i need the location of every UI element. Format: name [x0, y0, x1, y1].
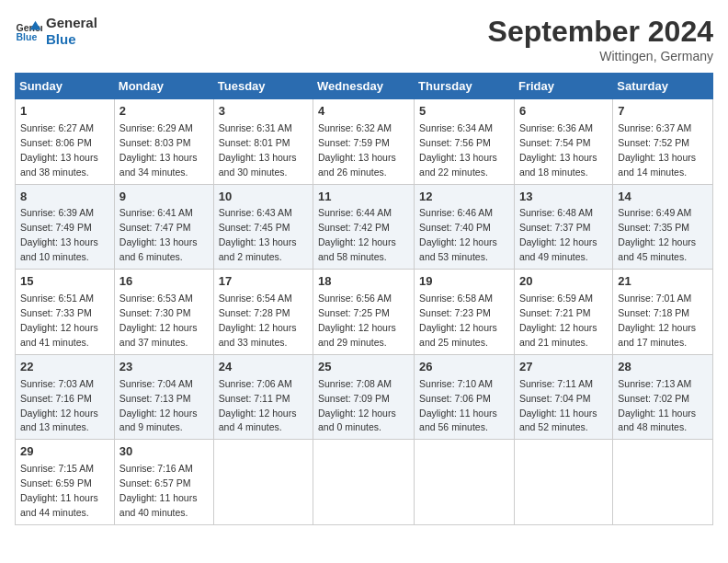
day-number: 17 — [219, 273, 308, 291]
cell-content: Sunrise: 7:08 AMSunset: 7:09 PMDaylight:… — [318, 378, 396, 433]
day-number: 1 — [20, 103, 109, 121]
calendar-cell: 16 Sunrise: 6:53 AMSunset: 7:30 PMDaylig… — [114, 270, 213, 355]
day-number: 28 — [618, 359, 708, 376]
cell-content: Sunrise: 6:44 AMSunset: 7:42 PMDaylight:… — [318, 207, 396, 262]
day-number: 12 — [419, 189, 509, 206]
calendar-cell — [213, 440, 313, 525]
weekday-header-friday: Friday — [514, 74, 612, 99]
calendar-cell: 4 Sunrise: 6:32 AMSunset: 7:59 PMDayligh… — [313, 99, 415, 185]
weekday-header-wednesday: Wednesday — [313, 74, 415, 99]
cell-content: Sunrise: 6:56 AMSunset: 7:25 PMDaylight:… — [318, 293, 396, 348]
day-number: 25 — [318, 359, 409, 376]
month-title: September 2024 — [488, 15, 713, 49]
cell-content: Sunrise: 6:37 AMSunset: 7:52 PMDaylight:… — [618, 122, 696, 178]
day-number: 7 — [618, 103, 708, 121]
calendar-cell: 17 Sunrise: 6:54 AMSunset: 7:28 PMDaylig… — [213, 270, 313, 355]
cell-content: Sunrise: 6:36 AMSunset: 7:54 PMDaylight:… — [519, 122, 597, 178]
day-number: 8 — [20, 189, 109, 206]
calendar-cell: 24 Sunrise: 7:06 AMSunset: 7:11 PMDaylig… — [213, 354, 313, 440]
calendar-cell: 26 Sunrise: 7:10 AMSunset: 7:06 PMDaylig… — [415, 354, 515, 440]
calendar-cell: 13 Sunrise: 6:48 AMSunset: 7:37 PMDaylig… — [514, 184, 612, 270]
week-row-2: 8 Sunrise: 6:39 AMSunset: 7:49 PMDayligh… — [16, 184, 713, 270]
cell-content: Sunrise: 6:49 AMSunset: 7:35 PMDaylight:… — [618, 207, 696, 262]
calendar-cell: 9 Sunrise: 6:41 AMSunset: 7:47 PMDayligh… — [114, 184, 213, 270]
cell-content: Sunrise: 7:06 AMSunset: 7:11 PMDaylight:… — [219, 378, 297, 433]
cell-content: Sunrise: 6:54 AMSunset: 7:28 PMDaylight:… — [219, 293, 297, 348]
logo: General Blue General Blue — [15, 15, 97, 48]
calendar-cell: 25 Sunrise: 7:08 AMSunset: 7:09 PMDaylig… — [313, 354, 415, 440]
cell-content: Sunrise: 6:48 AMSunset: 7:37 PMDaylight:… — [519, 207, 597, 262]
week-row-4: 22 Sunrise: 7:03 AMSunset: 7:16 PMDaylig… — [16, 354, 713, 440]
calendar-cell: 11 Sunrise: 6:44 AMSunset: 7:42 PMDaylig… — [313, 184, 415, 270]
cell-content: Sunrise: 6:53 AMSunset: 7:30 PMDaylight:… — [119, 293, 198, 348]
calendar-cell: 29 Sunrise: 7:15 AMSunset: 6:59 PMDaylig… — [16, 440, 115, 525]
calendar-cell: 20 Sunrise: 6:59 AMSunset: 7:21 PMDaylig… — [514, 270, 612, 355]
day-number: 4 — [318, 103, 409, 121]
day-number: 15 — [20, 273, 109, 291]
header: General Blue General Blue September 2024… — [15, 15, 713, 63]
logo-icon: General Blue — [15, 17, 42, 45]
calendar-cell: 23 Sunrise: 7:04 AMSunset: 7:13 PMDaylig… — [114, 354, 213, 440]
cell-content: Sunrise: 6:29 AMSunset: 8:03 PMDaylight:… — [119, 122, 198, 178]
calendar-cell: 18 Sunrise: 6:56 AMSunset: 7:25 PMDaylig… — [313, 270, 415, 355]
cell-content: Sunrise: 7:03 AMSunset: 7:16 PMDaylight:… — [20, 378, 98, 433]
cell-content: Sunrise: 6:59 AMSunset: 7:21 PMDaylight:… — [519, 293, 597, 348]
weekday-header-tuesday: Tuesday — [213, 74, 313, 99]
cell-content: Sunrise: 6:58 AMSunset: 7:23 PMDaylight:… — [419, 293, 497, 348]
week-row-5: 29 Sunrise: 7:15 AMSunset: 6:59 PMDaylig… — [16, 440, 713, 525]
day-number: 19 — [419, 273, 509, 291]
cell-content: Sunrise: 7:04 AMSunset: 7:13 PMDaylight:… — [119, 378, 198, 433]
calendar-cell: 27 Sunrise: 7:11 AMSunset: 7:04 PMDaylig… — [514, 354, 612, 440]
calendar-cell: 6 Sunrise: 6:36 AMSunset: 7:54 PMDayligh… — [514, 99, 612, 185]
day-number: 10 — [219, 189, 308, 206]
calendar-cell: 14 Sunrise: 6:49 AMSunset: 7:35 PMDaylig… — [613, 184, 713, 270]
cell-content: Sunrise: 7:15 AMSunset: 6:59 PMDaylight:… — [20, 463, 98, 518]
calendar-cell — [514, 440, 612, 525]
day-number: 24 — [219, 359, 308, 376]
day-number: 18 — [318, 273, 409, 291]
day-number: 2 — [119, 103, 209, 121]
weekday-header-saturday: Saturday — [613, 74, 713, 99]
cell-content: Sunrise: 7:13 AMSunset: 7:02 PMDaylight:… — [618, 378, 696, 433]
weekday-header-thursday: Thursday — [415, 74, 515, 99]
week-row-3: 15 Sunrise: 6:51 AMSunset: 7:33 PMDaylig… — [16, 270, 713, 355]
location: Wittingen, Germany — [488, 49, 713, 63]
day-number: 16 — [119, 273, 209, 291]
calendar-cell: 3 Sunrise: 6:31 AMSunset: 8:01 PMDayligh… — [213, 99, 313, 185]
day-number: 5 — [419, 103, 509, 121]
calendar-cell: 22 Sunrise: 7:03 AMSunset: 7:16 PMDaylig… — [16, 354, 115, 440]
day-number: 22 — [20, 359, 109, 376]
cell-content: Sunrise: 6:51 AMSunset: 7:33 PMDaylight:… — [20, 293, 98, 348]
day-number: 13 — [519, 189, 608, 206]
calendar-table: SundayMondayTuesdayWednesdayThursdayFrid… — [15, 73, 713, 525]
calendar-cell: 28 Sunrise: 7:13 AMSunset: 7:02 PMDaylig… — [613, 354, 713, 440]
calendar-cell: 10 Sunrise: 6:43 AMSunset: 7:45 PMDaylig… — [213, 184, 313, 270]
day-number: 3 — [219, 103, 308, 121]
svg-text:Blue: Blue — [17, 31, 38, 42]
logo-blue: Blue — [46, 31, 97, 48]
calendar-cell — [613, 440, 713, 525]
day-number: 11 — [318, 189, 409, 206]
weekday-header-monday: Monday — [114, 74, 213, 99]
cell-content: Sunrise: 6:39 AMSunset: 7:49 PMDaylight:… — [20, 207, 98, 262]
calendar-cell: 5 Sunrise: 6:34 AMSunset: 7:56 PMDayligh… — [415, 99, 515, 185]
calendar-cell: 8 Sunrise: 6:39 AMSunset: 7:49 PMDayligh… — [16, 184, 115, 270]
day-number: 26 — [419, 359, 509, 376]
cell-content: Sunrise: 6:43 AMSunset: 7:45 PMDaylight:… — [219, 207, 297, 262]
cell-content: Sunrise: 6:46 AMSunset: 7:40 PMDaylight:… — [419, 207, 497, 262]
calendar-cell: 2 Sunrise: 6:29 AMSunset: 8:03 PMDayligh… — [114, 99, 213, 185]
calendar-cell: 12 Sunrise: 6:46 AMSunset: 7:40 PMDaylig… — [415, 184, 515, 270]
logo-general: General — [46, 15, 97, 31]
title-block: September 2024 Wittingen, Germany — [488, 15, 713, 63]
day-number: 27 — [519, 359, 608, 376]
cell-content: Sunrise: 6:34 AMSunset: 7:56 PMDaylight:… — [419, 122, 497, 178]
cell-content: Sunrise: 6:31 AMSunset: 8:01 PMDaylight:… — [219, 122, 297, 178]
day-number: 30 — [119, 443, 209, 461]
calendar-cell: 30 Sunrise: 7:16 AMSunset: 6:57 PMDaylig… — [114, 440, 213, 525]
day-number: 21 — [618, 273, 708, 291]
day-number: 23 — [119, 359, 209, 376]
calendar-cell: 19 Sunrise: 6:58 AMSunset: 7:23 PMDaylig… — [415, 270, 515, 355]
day-number: 20 — [519, 273, 608, 291]
calendar-cell: 21 Sunrise: 7:01 AMSunset: 7:18 PMDaylig… — [613, 270, 713, 355]
cell-content: Sunrise: 7:11 AMSunset: 7:04 PMDaylight:… — [519, 378, 597, 433]
